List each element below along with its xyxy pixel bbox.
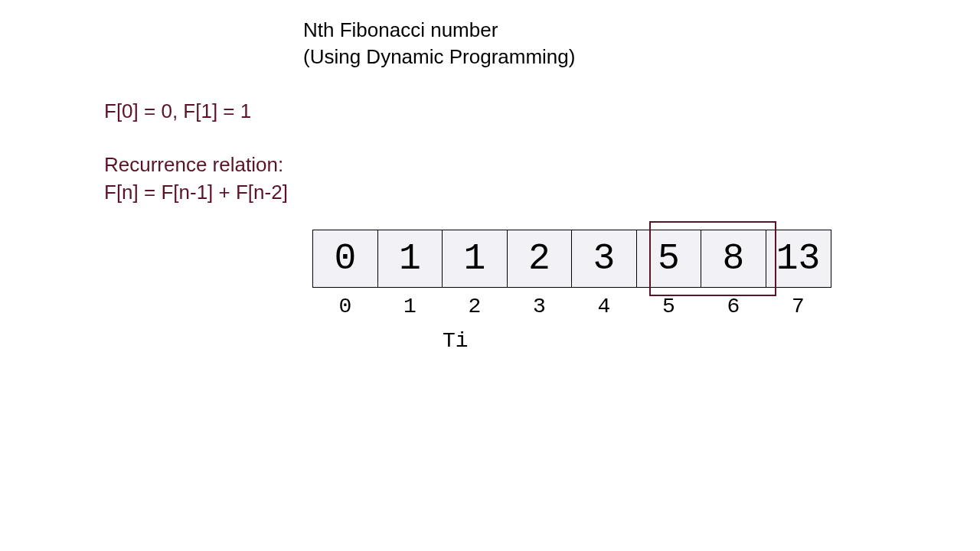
base-cases-text: F[0] = 0, F[1] = 1 xyxy=(104,99,251,123)
array-cell: 3 xyxy=(571,230,637,288)
diagram-title: Nth Fibonacci number (Using Dynamic Prog… xyxy=(303,17,575,70)
index-cell: 7 xyxy=(766,295,831,318)
array-caption: Ti xyxy=(443,329,469,353)
array-cell: 1 xyxy=(442,230,508,288)
index-cell: 6 xyxy=(701,295,766,318)
array-indices: 0 1 2 3 4 5 6 7 xyxy=(312,295,831,318)
index-cell: 2 xyxy=(442,295,508,318)
recurrence-formula: F[n] = F[n-1] + F[n-2] xyxy=(104,181,288,204)
array-cell: 1 xyxy=(377,230,443,288)
array-cell: 0 xyxy=(312,230,378,288)
title-line-1: Nth Fibonacci number xyxy=(303,17,575,44)
array-cell: 8 xyxy=(701,230,766,288)
array-cell: 13 xyxy=(766,230,831,288)
index-cell: 5 xyxy=(636,295,702,318)
title-line-2: (Using Dynamic Programming) xyxy=(303,44,575,70)
recurrence-label: Recurrence relation: xyxy=(104,153,283,177)
array-cell: 5 xyxy=(636,230,702,288)
index-cell: 0 xyxy=(312,295,378,318)
index-cell: 4 xyxy=(571,295,637,318)
index-cell: 1 xyxy=(377,295,443,318)
array-cell: 2 xyxy=(507,230,573,288)
fibonacci-array: 0 1 1 2 3 5 8 13 xyxy=(312,230,831,288)
index-cell: 3 xyxy=(507,295,573,318)
